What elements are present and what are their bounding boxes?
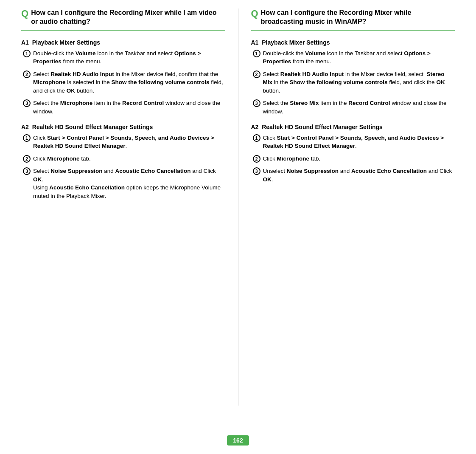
right-q-letter: Q xyxy=(251,8,258,19)
right-a1-steps: 1 Double-click the Volume icon in the Ta… xyxy=(253,49,455,116)
left-a1-step-2-num: 2 xyxy=(23,70,31,78)
page-footer: 162 xyxy=(0,431,476,454)
left-question-header: Q How can I configure the Recording Mixe… xyxy=(21,8,225,26)
right-a2-step-3: 3 Unselect Noise Suppression and Acousti… xyxy=(253,167,455,183)
right-question-text: How can I configure the Recording Mixer … xyxy=(261,8,455,26)
right-a1-step-3-text: Select the Stereo Mix item in the Record… xyxy=(263,99,455,116)
right-a2-step-2-text: Click Microphone tab. xyxy=(263,155,321,163)
right-a2-step-3-text: Unselect Noise Suppression and Acoustic … xyxy=(263,167,455,183)
right-question-header: Q How can I configure the Recording Mixe… xyxy=(251,8,455,26)
right-a1-step-1-text: Double-click the Volume icon in the Task… xyxy=(263,49,455,66)
left-a1-step-3-text: Select the Microphone item in the Record… xyxy=(33,99,225,116)
right-question-divider xyxy=(251,30,455,31)
left-a1-section: A1 Playback Mixer Settings 1 Double-clic… xyxy=(21,39,225,116)
left-a2-step-2-text: Click Microphone tab. xyxy=(33,155,91,163)
right-question-block: Q How can I configure the Recording Mixe… xyxy=(251,8,455,31)
right-a2-label: A2 Realtek HD Sound Effect Manager Setti… xyxy=(251,124,455,130)
right-a1-step-1-num: 1 xyxy=(253,50,260,57)
left-question-block: Q How can I configure the Recording Mixe… xyxy=(21,8,225,31)
left-a1-step-1-text: Double-click the Volume icon in the Task… xyxy=(33,49,225,66)
left-column: Q How can I configure the Recording Mixe… xyxy=(13,8,238,406)
right-a2-step-1: 1 Click Start > Control Panel > Sounds, … xyxy=(253,134,455,150)
right-a2-section: A2 Realtek HD Sound Effect Manager Setti… xyxy=(251,124,455,184)
left-a1-step-1: 1 Double-click the Volume icon in the Ta… xyxy=(23,49,225,66)
left-question-text: How can I configure the Recording Mixer … xyxy=(31,8,225,26)
right-a1-step-3: 3 Select the Stereo Mix item in the Reco… xyxy=(253,99,455,116)
left-question-divider xyxy=(21,30,225,31)
left-a2-step-1: 1 Click Start > Control Panel > Sounds, … xyxy=(23,134,225,150)
left-a2-step-3: 3 Select Noise Suppression and Acoustic … xyxy=(23,167,225,200)
left-a2-section: A2 Realtek HD Sound Effect Manager Setti… xyxy=(21,124,225,200)
left-a1-step-3-num: 3 xyxy=(23,99,31,107)
page-container: Q How can I configure the Recording Mixe… xyxy=(0,0,476,454)
left-a1-step-3: 3 Select the Microphone item in the Reco… xyxy=(23,99,225,116)
left-a2-step-1-num: 1 xyxy=(23,134,31,142)
right-a1-title: Playback Mixer Settings xyxy=(262,39,330,46)
left-a2-step-2-num: 2 xyxy=(23,155,31,163)
left-a2-title: Realtek HD Sound Effect Manager Settings xyxy=(32,124,153,130)
left-a1-label: A1 Playback Mixer Settings xyxy=(21,39,225,46)
right-a1-step-2-num: 2 xyxy=(253,70,260,78)
right-a2-step-3-num: 3 xyxy=(253,167,260,175)
left-a2-step-1-text: Click Start > Control Panel > Sounds, Sp… xyxy=(33,134,225,150)
left-a1-title: Playback Mixer Settings xyxy=(32,39,100,46)
left-a1-step-1-num: 1 xyxy=(23,50,31,57)
right-a2-step-1-num: 1 xyxy=(253,134,260,142)
left-a2-step-3-num: 3 xyxy=(23,167,31,175)
right-a1-label: A1 Playback Mixer Settings xyxy=(251,39,455,46)
right-a2-steps: 1 Click Start > Control Panel > Sounds, … xyxy=(253,134,455,184)
right-a1-step-3-num: 3 xyxy=(253,99,260,107)
right-a1-section: A1 Playback Mixer Settings 1 Double-clic… xyxy=(251,39,455,116)
right-a2-step-1-text: Click Start > Control Panel > Sounds, Sp… xyxy=(263,134,455,150)
left-a1-steps: 1 Double-click the Volume icon in the Ta… xyxy=(23,49,225,116)
left-a2-step-3-text: Select Noise Suppression and Acoustic Ec… xyxy=(33,167,225,200)
columns-layout: Q How can I configure the Recording Mixe… xyxy=(0,0,476,431)
left-q-letter: Q xyxy=(21,8,28,19)
left-a2-steps: 1 Click Start > Control Panel > Sounds, … xyxy=(23,134,225,200)
right-a1-step-1: 1 Double-click the Volume icon in the Ta… xyxy=(253,49,455,66)
right-a1-step-2-text: Select Realtek HD Audio Input in the Mix… xyxy=(263,70,455,95)
right-a2-step-2: 2 Click Microphone tab. xyxy=(253,155,455,163)
right-a2-step-2-num: 2 xyxy=(253,155,260,163)
left-a1-step-2-text: Select Realtek HD Audio Input in the Mix… xyxy=(33,70,225,95)
right-column: Q How can I configure the Recording Mixe… xyxy=(238,8,464,406)
left-a2-label: A2 Realtek HD Sound Effect Manager Setti… xyxy=(21,124,225,130)
right-a1-step-2: 2 Select Realtek HD Audio Input in the M… xyxy=(253,70,455,95)
right-a2-title: Realtek HD Sound Effect Manager Settings xyxy=(262,124,383,130)
page-number: 162 xyxy=(227,435,249,446)
left-a2-step-2: 2 Click Microphone tab. xyxy=(23,155,225,163)
left-a1-step-2: 2 Select Realtek HD Audio Input in the M… xyxy=(23,70,225,95)
